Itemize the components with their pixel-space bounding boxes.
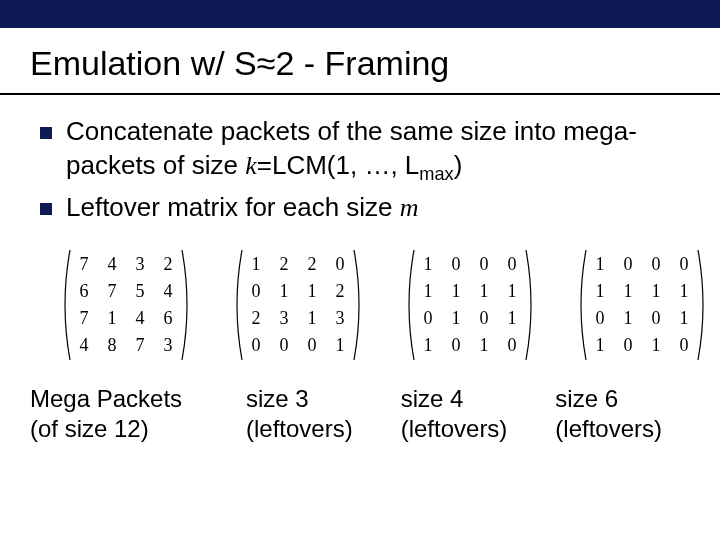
caption-line: (leftovers): [555, 415, 662, 442]
matrix-cell: 1: [594, 254, 606, 275]
matrix-cell: 7: [78, 308, 90, 329]
text-run: =LCM(1, …, L: [257, 150, 420, 180]
matrix-cell: 1: [678, 281, 690, 302]
var-k: k: [245, 151, 257, 180]
matrix-cell: 0: [478, 308, 490, 329]
caption-size-4: size 4 (leftovers): [401, 384, 556, 444]
matrix-cell: 3: [134, 254, 146, 275]
matrix-cell: 0: [450, 254, 462, 275]
matrix-grid: 1000111101011010: [588, 250, 696, 360]
matrix-cell: 2: [306, 254, 318, 275]
matrix-cell: 1: [306, 281, 318, 302]
bullet-text: Concatenate packets of the same size int…: [66, 115, 696, 187]
subscript-max: max: [419, 164, 453, 184]
matrix-cell: 1: [250, 254, 262, 275]
caption-leftovers-group: size 3 (leftovers) size 4 (leftovers) si…: [246, 384, 710, 444]
bullet-item: Leftover matrix for each size m: [40, 191, 696, 225]
matrix-cell: 1: [306, 308, 318, 329]
matrix-grid: 1000111101011010: [416, 250, 524, 360]
matrix-cell: 4: [162, 281, 174, 302]
matrix-cell: 1: [650, 335, 662, 356]
bullet-list: Concatenate packets of the same size int…: [0, 115, 720, 224]
matrix-cell: 7: [106, 281, 118, 302]
matrix-cell: 1: [622, 308, 634, 329]
matrix-cell: 1: [106, 308, 118, 329]
caption-row: Mega Packets (of size 12) size 3 (leftov…: [0, 360, 720, 444]
matrix-cell: 1: [450, 281, 462, 302]
matrix-cell: 0: [506, 335, 518, 356]
matrix-cell: 1: [594, 281, 606, 302]
caption-size-6: size 6 (leftovers): [555, 384, 710, 444]
matrix-cell: 0: [506, 254, 518, 275]
matrix-cell: 0: [478, 254, 490, 275]
matrix-cell: 0: [278, 335, 290, 356]
matrix-cell: 2: [162, 254, 174, 275]
matrix-row: 7432675471464873122001122313000110001111…: [0, 228, 720, 360]
matrix-cell: 5: [134, 281, 146, 302]
matrix-cell: 7: [134, 335, 146, 356]
paren-right-icon: [696, 250, 708, 360]
matrix-cell: 0: [422, 308, 434, 329]
matrix-cell: 0: [650, 308, 662, 329]
paren-left-icon: [404, 250, 416, 360]
matrix-cell: 2: [250, 308, 262, 329]
matrix-cell: 3: [162, 335, 174, 356]
caption-line: size 6: [555, 385, 618, 412]
matrix-cell: 0: [622, 254, 634, 275]
matrix-cell: 3: [334, 308, 346, 329]
caption-mega-packets: Mega Packets (of size 12): [30, 384, 246, 444]
caption-line: (leftovers): [401, 415, 508, 442]
matrix: 1000111101011010: [404, 250, 536, 360]
matrix-cell: 4: [78, 335, 90, 356]
matrix-cell: 4: [106, 254, 118, 275]
matrix-cell: 1: [506, 281, 518, 302]
top-accent-bar: [0, 0, 720, 28]
matrix-cell: 0: [334, 254, 346, 275]
matrix-cell: 4: [134, 308, 146, 329]
matrix-cell: 0: [450, 335, 462, 356]
matrix-grid: 7432675471464873: [72, 250, 180, 360]
paren-right-icon: [352, 250, 364, 360]
matrix-cell: 0: [678, 335, 690, 356]
matrix-cell: 1: [334, 335, 346, 356]
matrix-cell: 1: [278, 281, 290, 302]
matrix-cell: 3: [278, 308, 290, 329]
bullet-text: Leftover matrix for each size m: [66, 191, 696, 225]
matrix: 7432675471464873: [60, 250, 192, 360]
matrix-cell: 1: [422, 335, 434, 356]
bullet-square-icon: [40, 127, 52, 139]
matrix-cell: 1: [506, 308, 518, 329]
text-run: Leftover matrix for each size: [66, 192, 400, 222]
caption-line: (leftovers): [246, 415, 353, 442]
matrix-cell: 6: [78, 281, 90, 302]
slide-title: Emulation w/ S≈2 - Framing: [0, 28, 720, 95]
approx-symbol: ≈: [257, 44, 276, 82]
matrix-cell: 0: [250, 335, 262, 356]
caption-line: size 3: [246, 385, 309, 412]
title-post: 2 - Framing: [275, 44, 449, 82]
matrix-cell: 1: [450, 308, 462, 329]
matrix-cell: 2: [334, 281, 346, 302]
caption-line: (of size 12): [30, 415, 149, 442]
bullet-square-icon: [40, 203, 52, 215]
matrix-cell: 2: [278, 254, 290, 275]
matrix-cell: 0: [250, 281, 262, 302]
matrix-cell: 1: [422, 254, 434, 275]
var-m: m: [400, 193, 419, 222]
bullet-item: Concatenate packets of the same size int…: [40, 115, 696, 187]
matrix-cell: 1: [422, 281, 434, 302]
matrix-cell: 0: [650, 254, 662, 275]
paren-left-icon: [60, 250, 72, 360]
title-pre: Emulation w/ S: [30, 44, 257, 82]
caption-line: Mega Packets: [30, 385, 182, 412]
matrix-cell: 1: [478, 281, 490, 302]
text-run: ): [454, 150, 463, 180]
matrix-cell: 6: [162, 308, 174, 329]
matrix-cell: 8: [106, 335, 118, 356]
matrix-cell: 0: [306, 335, 318, 356]
caption-size-3: size 3 (leftovers): [246, 384, 401, 444]
matrix-cell: 7: [78, 254, 90, 275]
paren-left-icon: [576, 250, 588, 360]
matrix-cell: 1: [678, 308, 690, 329]
matrix: 1220011223130001: [232, 250, 364, 360]
